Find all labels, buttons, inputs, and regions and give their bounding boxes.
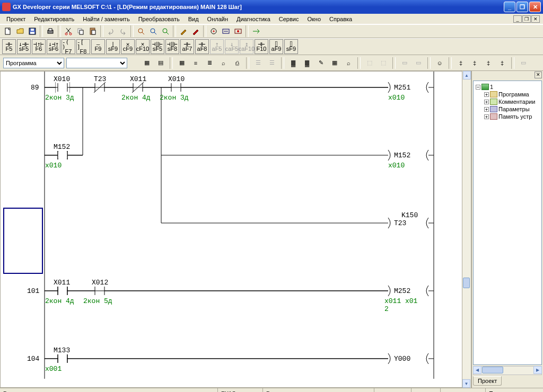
tb3-19[interactable]: ☺ — [434, 57, 445, 69]
fkey-F6[interactable]: ⊣↑⊢F6 — [32, 39, 46, 54]
tool-q2[interactable] — [147, 25, 159, 37]
fkey-aF8[interactable]: ⊣⊢aF8 — [195, 39, 209, 54]
vertical-scrollbar[interactable]: ▲ ▼ — [462, 71, 471, 388]
fkey-F7[interactable]: -( )F7 — [62, 39, 75, 54]
tb3-7[interactable]: ⎙ — [231, 57, 243, 69]
tb3-18[interactable]: ▭ — [413, 57, 424, 69]
panel-tab-project[interactable]: Проект — [473, 376, 502, 386]
tool-convert[interactable] — [250, 25, 262, 37]
hscroll-right[interactable]: ▶ — [533, 366, 542, 374]
open-button[interactable] — [14, 25, 26, 37]
print-button[interactable] — [45, 25, 56, 37]
hscroll-thumb[interactable] — [482, 367, 503, 373]
tb3-11[interactable]: ▓ — [301, 57, 313, 69]
tb3-5[interactable]: ≣ — [204, 57, 215, 69]
panel-close-button[interactable]: ✕ — [535, 72, 542, 78]
hscroll-left[interactable]: ◀ — [473, 366, 481, 374]
paste-button[interactable] — [87, 25, 99, 37]
tool-find3[interactable] — [232, 25, 244, 37]
mdi-minimize[interactable]: _ — [513, 15, 522, 23]
project-tree[interactable]: − 1 + Программа + Комментарии + Параметр… — [473, 81, 542, 365]
tree-memory[interactable]: Память устр — [498, 113, 532, 120]
maximize-button[interactable]: ❐ — [516, 2, 528, 12]
tb3-24[interactable]: ▭ — [518, 57, 529, 69]
fkey-sF5[interactable]: ↓⊣⊢sF5 — [17, 39, 31, 54]
undo-button[interactable] — [105, 25, 117, 37]
scroll-up-button[interactable]: ▲ — [463, 71, 471, 79]
fkey-cF10[interactable]: ⨯cF10 — [136, 39, 150, 54]
ladder-editor[interactable]: 89 X010 2кон 3д T23 X011 2кон 4д X010 2к… — [0, 71, 462, 388]
tree-expand-icon[interactable]: + — [484, 100, 489, 104]
fkey-sF9[interactable]: ⌷sF9 — [284, 39, 298, 54]
toolbar-standard — [0, 24, 543, 38]
tb3-1[interactable]: ▦ — [141, 57, 153, 69]
tb3-2[interactable]: ▤ — [155, 57, 167, 69]
scroll-down-button[interactable]: ▼ — [462, 379, 470, 388]
save-button[interactable] — [27, 25, 38, 37]
tool-brush1[interactable] — [178, 25, 189, 37]
tb3-15[interactable]: ⬚ — [364, 57, 375, 69]
tree-params[interactable]: Параметры — [498, 106, 530, 112]
program-name-combo[interactable] — [66, 58, 127, 68]
tool-q1[interactable] — [135, 25, 147, 37]
tb3-20[interactable]: ‡ — [455, 57, 467, 69]
tb3-6[interactable]: ⌕ — [217, 57, 229, 69]
tool-find2[interactable] — [220, 25, 232, 37]
fkey-F5[interactable]: ⊣⊢F5 — [2, 39, 16, 54]
panel-hscroll[interactable]: ◀ ▶ — [473, 366, 542, 375]
menu-edit[interactable]: Редактировать — [31, 15, 77, 23]
redo-button[interactable] — [117, 25, 129, 37]
copy-button[interactable] — [75, 25, 86, 37]
menu-diagnostics[interactable]: Диагностика — [233, 15, 274, 23]
new-button[interactable] — [2, 25, 14, 37]
tb3-22[interactable]: ‡ — [483, 57, 494, 69]
fkey-F9[interactable]: —F9 — [91, 39, 105, 54]
tree-expand-icon[interactable]: + — [484, 114, 489, 119]
tb3-23[interactable]: ‡ — [496, 57, 508, 69]
tool-brush2[interactable] — [190, 25, 202, 37]
tree-comments[interactable]: Комментарии — [498, 99, 535, 105]
tb3-16[interactable]: ⬚ — [378, 57, 389, 69]
menu-help[interactable]: Справка — [326, 15, 355, 23]
fkey-F8[interactable]: -[ ]F8 — [76, 39, 90, 54]
fkey-aF9[interactable]: ⌷aF9 — [269, 39, 283, 54]
tb3-4[interactable]: ≡ — [190, 57, 202, 69]
menu-project[interactable]: Проект — [3, 15, 29, 23]
tb3-13[interactable]: ▦ — [329, 57, 340, 69]
fkey-aF7[interactable]: ⊣⊢aF7 — [180, 39, 194, 54]
menu-service[interactable]: Сервис — [276, 15, 302, 23]
tb3-14[interactable]: ⌕ — [343, 57, 354, 69]
mdi-close[interactable]: ✕ — [531, 15, 540, 23]
tb3-3[interactable]: ▦ — [176, 57, 188, 69]
fkey-sF6[interactable]: ↓⊣↑sF6 — [47, 39, 60, 54]
tb3-21[interactable]: ‡ — [469, 57, 480, 69]
tool-find1[interactable] — [208, 25, 220, 37]
scroll-thumb[interactable] — [463, 278, 470, 288]
fkey-sF8[interactable]: ⊣‖⊢sF8 — [165, 39, 179, 54]
menu-window[interactable]: Окно — [304, 15, 324, 23]
tb3-8[interactable]: ☰ — [252, 57, 264, 69]
tb3-9[interactable]: ☰ — [266, 57, 278, 69]
tb3-17[interactable]: ▭ — [399, 57, 410, 69]
tree-root[interactable]: 1 — [490, 84, 493, 90]
tree-collapse-icon[interactable]: − — [476, 85, 480, 90]
menu-view[interactable]: Вид — [185, 15, 202, 23]
menu-find[interactable]: Найти / заменить — [80, 15, 133, 23]
fkey-sF9[interactable]: |sF9 — [106, 39, 120, 54]
fkey-cF9[interactable]: ✕cF9 — [121, 39, 135, 54]
tree-expand-icon[interactable]: + — [484, 107, 489, 112]
tb3-10[interactable]: ▓ — [287, 57, 299, 69]
menu-convert[interactable]: Преобразовать — [135, 15, 183, 23]
close-button[interactable]: ✕ — [529, 2, 541, 12]
tool-q3[interactable] — [160, 25, 171, 37]
tree-program[interactable]: Программа — [498, 91, 529, 97]
menu-online[interactable]: Онлайн — [204, 15, 231, 23]
fkey-F10[interactable]: ⊣⊢F10 — [255, 39, 268, 54]
minimize-button[interactable]: _ — [504, 2, 515, 12]
tb3-12[interactable]: ✎ — [315, 57, 327, 69]
cut-button[interactable] — [63, 25, 74, 37]
program-type-combo[interactable]: Программа — [3, 58, 64, 68]
fkey-sF5[interactable]: ⊣‖⊢sF5 — [151, 39, 164, 54]
mdi-restore[interactable]: ❐ — [522, 15, 531, 23]
tree-expand-icon[interactable]: + — [484, 92, 489, 97]
